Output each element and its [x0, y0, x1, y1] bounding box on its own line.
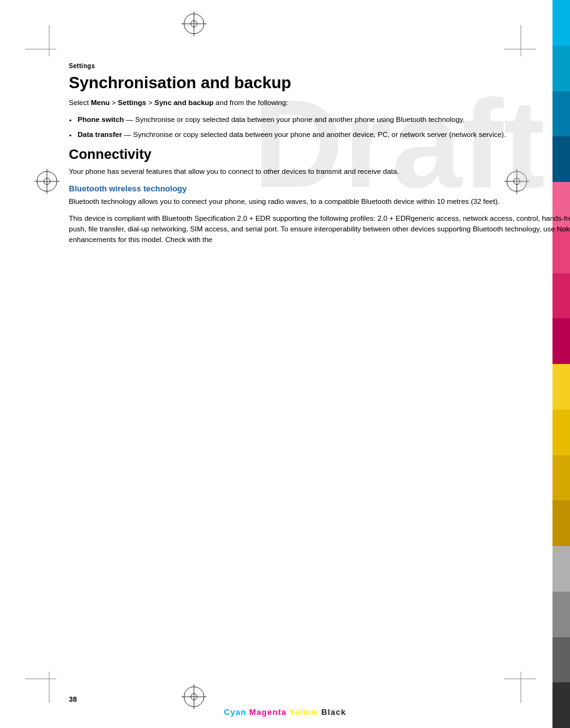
bluetooth-para-2: This device is compliant with Bluetooth …: [69, 213, 570, 246]
crop-mark-right-top: [521, 25, 521, 56]
color-bar-gray-1: [552, 546, 570, 592]
bullet-item-phone-switch: Phone switch — Synchronise or copy selec…: [78, 114, 570, 125]
color-bar-yellow-4: [552, 500, 570, 546]
crop-mark-top-right: [504, 49, 536, 49]
color-bar-yellow-2: [552, 410, 570, 455]
connectivity-heading: Connectivity: [69, 146, 570, 163]
color-bar-gray-3: [552, 637, 570, 683]
crop-mark-bottom-left: [25, 679, 56, 679]
color-bar-gray-2: [552, 592, 570, 637]
reg-mark-mid-left: [34, 169, 59, 194]
footer-black: Black: [321, 707, 346, 717]
color-bar-yellow-1: [552, 364, 570, 410]
crop-mark-left-top: [49, 25, 49, 56]
color-bar-gray-4: [552, 682, 570, 728]
crop-mark-bottom-right: [504, 679, 536, 679]
bullet-item-data-transfer: Data transfer — Synchronise or copy sele…: [78, 129, 570, 140]
crop-mark-left-bottom: [49, 672, 49, 703]
bluetooth-para-1: Bluetooth technology allows you to conne…: [69, 196, 570, 207]
reg-mark-top-center: [181, 11, 206, 36]
bullet-list: Phone switch — Synchronise or copy selec…: [78, 114, 570, 140]
color-bar-yellow-3: [552, 455, 570, 501]
footer-magenta: Magenta: [249, 707, 287, 717]
color-bar-pink-3: [552, 273, 570, 319]
crop-mark-top-left: [25, 49, 56, 49]
intro-text: Select Menu > Settings > Sync and backup…: [69, 98, 570, 108]
section-label: Settings: [69, 63, 570, 69]
bluetooth-heading: Bluetooth wireless technology: [69, 184, 570, 193]
page-content: Settings Synchronisation and backup Sele…: [69, 63, 570, 246]
main-heading: Synchronisation and backup: [69, 73, 570, 93]
color-bar-cyan-1: [552, 0, 570, 46]
page-number: 38: [69, 695, 77, 703]
reg-mark-bottom-center: [181, 684, 206, 709]
color-bar-pink-4: [552, 318, 570, 364]
connectivity-intro: Your phone has several features that all…: [69, 166, 570, 177]
crop-mark-right-bottom: [521, 672, 521, 703]
footer-yellow: Yellow: [289, 707, 318, 717]
footer-cyan: Cyan: [224, 707, 247, 717]
color-footer: Cyan Magenta Yellow Black: [0, 707, 570, 717]
